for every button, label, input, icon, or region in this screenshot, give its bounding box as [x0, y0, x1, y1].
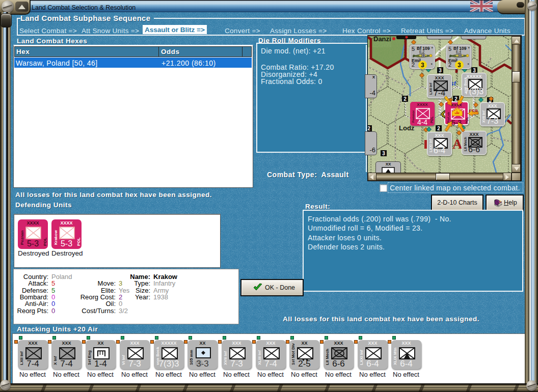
svg-text:Danzi: Danzi — [373, 36, 391, 43]
svg-text:3: 3 — [439, 68, 442, 73]
svg-text:?: ? — [498, 200, 501, 204]
svg-text:2: 2 — [404, 96, 407, 102]
svg-text:3: 3 — [382, 151, 385, 156]
svg-text:2: 2 — [368, 126, 370, 131]
